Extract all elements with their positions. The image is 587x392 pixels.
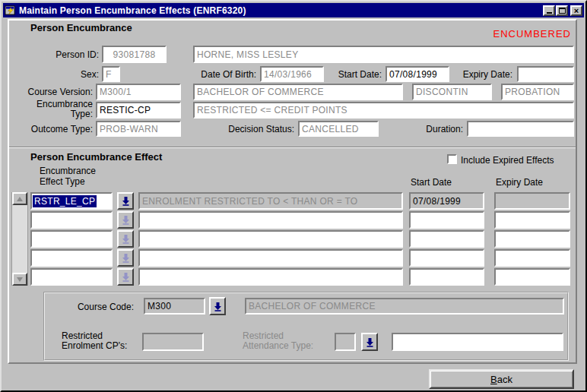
effect-lov-button-row4 (117, 249, 134, 267)
attendance-status-field: PROBATION (501, 84, 574, 100)
course-code-field[interactable]: M300 (144, 298, 205, 315)
effect-description-field-row4[interactable] (138, 249, 403, 267)
encumbrance-type-desc-field: RESTRICTED <= CREDIT POINTS (193, 102, 574, 119)
outcome-type-label: Outcome Type: (9, 124, 93, 134)
effect-section-title: Person Encumbrance Effect (30, 151, 162, 163)
lov-arrow-down-icon (122, 196, 130, 206)
effect-description-field-row1: ENROLMENT RESTRICTED TO < THAN OR = TO (138, 192, 403, 210)
close-icon: × (574, 7, 579, 14)
back-button-label: Back (490, 374, 512, 385)
close-button[interactable]: × (570, 5, 582, 16)
expiry-date-column-header: Expiry Date (496, 177, 543, 188)
attendance-type-desc-field (392, 333, 563, 351)
app-icon (5, 5, 16, 16)
date-of-birth-label: Date Of Birth: (161, 69, 256, 80)
effect-type-field-row5[interactable] (30, 268, 113, 286)
lov-arrow-down-icon (214, 302, 222, 311)
person-id-field: 93081788 (102, 46, 167, 63)
effect-expiry-date-field-row1 (494, 192, 570, 210)
sex-field: F (102, 66, 120, 82)
effect-expiry-date-field-row3[interactable] (494, 230, 570, 248)
effect-expiry-date-field-row2[interactable] (494, 211, 570, 229)
lov-arrow-down-disabled-icon (122, 234, 130, 244)
start-date-column-header: Start Date (411, 177, 452, 188)
effect-type-field-row2[interactable] (30, 211, 113, 229)
record-scrollbar[interactable] (11, 192, 28, 286)
lov-arrow-down-disabled-icon (122, 215, 130, 225)
encumbrance-type-field[interactable]: RESTIC-CP (96, 102, 181, 119)
title-bar: Maintain Person Encumbrance Effects (ENR… (3, 3, 584, 17)
person-encumbrance-section-title: Person Encumbrance (30, 22, 132, 33)
scrollbar-up-button[interactable] (12, 192, 27, 205)
effect-start-date-field-row3[interactable] (409, 230, 484, 248)
scroll-down-icon (17, 277, 23, 282)
effect-description-field-row2[interactable] (138, 211, 403, 229)
lov-arrow-down-disabled-icon (122, 253, 130, 263)
effect-start-date-field-row4[interactable] (409, 249, 484, 267)
course-version-label: Course Version: (9, 87, 93, 97)
effect-start-date-field-row2[interactable] (409, 211, 484, 229)
restricted-enrolment-cps-field[interactable] (142, 333, 204, 351)
lov-arrow-down-icon (366, 337, 374, 347)
scrollbar-down-button[interactable] (12, 273, 27, 286)
maximize-button[interactable] (556, 5, 568, 16)
duration-label: Duration: (374, 124, 463, 134)
include-expired-label: Include Expired Effects (461, 155, 554, 166)
duration-field[interactable] (467, 121, 574, 137)
back-button[interactable]: Back (429, 369, 574, 389)
sex-label: Sex: (9, 69, 99, 80)
effect-type-column-header-line2: Effect Type (40, 176, 85, 187)
effect-lov-button-row5 (117, 268, 134, 286)
course-desc-field: BACHELOR OF COMMERCE (245, 298, 564, 315)
expiry-date-label: Expiry Date: (435, 69, 512, 80)
app-window: Maintain Person Encumbrance Effects (ENR… (0, 0, 587, 392)
effect-start-date-field-row5[interactable] (409, 268, 484, 286)
effect-type-field-row3[interactable] (30, 230, 113, 248)
effect-type-field-row1[interactable]: RSTR_LE_CP (30, 192, 113, 210)
effect-description-field-row5[interactable] (138, 268, 403, 286)
encumbered-status-badge: ENCUMBERED (493, 28, 571, 40)
effect-lov-button-row3 (117, 230, 134, 248)
encumbrance-type-label: Encumbrance Type: (9, 100, 93, 119)
window-title: Maintain Person Encumbrance Effects (ENR… (19, 5, 542, 16)
maximize-icon (559, 8, 566, 14)
effect-expiry-date-field-row5[interactable] (494, 268, 570, 286)
course-version-field: M300/1 (96, 84, 181, 100)
restricted-attendance-type-field (335, 333, 356, 351)
course-details-frame: Course Code: M300 BACHELOR OF COMMERCE R… (43, 292, 569, 361)
lov-arrow-down-disabled-icon (122, 272, 130, 282)
restricted-enrolment-cps-label: Restricted Enrolment CP's: (62, 331, 127, 351)
effect-type-field-row4[interactable] (30, 249, 113, 267)
effect-start-date-field-row1: 07/08/1999 (409, 192, 484, 210)
person-name-field: HORNE, MISS LESLEY (193, 46, 574, 63)
decision-status-label: Decision Status: (161, 124, 294, 134)
minimize-button[interactable] (543, 5, 555, 16)
attendance-type-lov-button[interactable] (361, 333, 378, 351)
scroll-up-icon (17, 197, 23, 201)
start-date-label: Start Date: (306, 69, 382, 80)
course-code-label: Course Code: (52, 302, 134, 312)
effect-type-column-header-line1: Encumbrance (40, 166, 96, 176)
course-code-lov-button[interactable] (209, 297, 226, 315)
include-expired-checkbox[interactable] (447, 154, 457, 164)
course-version-desc-field: BACHELOR OF COMMERCE (193, 84, 403, 100)
decision-status-field: CANCELLED (298, 121, 379, 137)
form-canvas: Person Encumbrance ENCUMBERED Person ID:… (8, 19, 577, 364)
restricted-attendance-type-label: Restricted Attendance Type: (243, 331, 313, 351)
expiry-date-field[interactable] (517, 66, 574, 82)
minimize-icon (547, 12, 552, 14)
section-divider (9, 147, 576, 148)
person-id-label: Person ID: (9, 49, 99, 60)
effect-description-field-row3[interactable] (138, 230, 403, 248)
effect-lov-button-row1[interactable] (117, 192, 134, 210)
effect-expiry-date-field-row4[interactable] (494, 249, 570, 267)
effect-lov-button-row2 (117, 211, 134, 229)
course-status-field: DISCONTIN (412, 84, 492, 100)
